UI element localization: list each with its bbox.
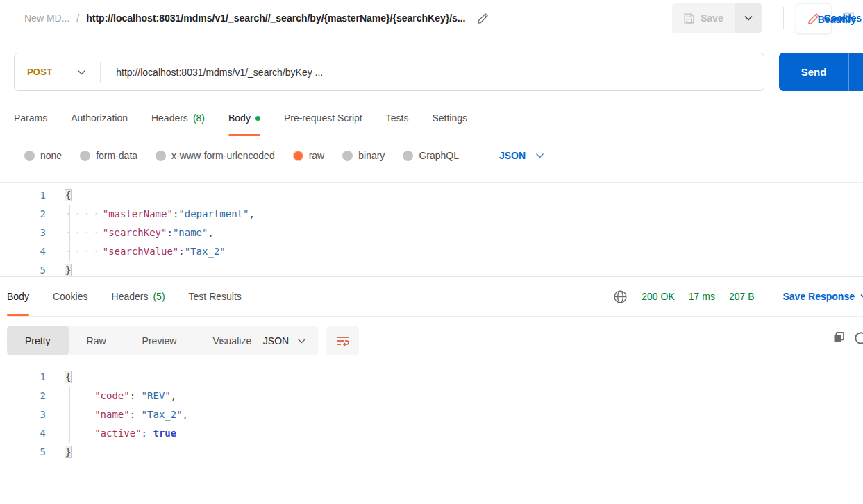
beautify-link[interactable]: Beautify bbox=[818, 0, 856, 39]
top-bar: New MD... / http://localhost:8031/mdms/v… bbox=[0, 0, 863, 36]
search-icon bbox=[853, 330, 863, 347]
radio-icon bbox=[156, 151, 166, 161]
code-line[interactable]: 5} bbox=[0, 261, 863, 276]
response-time: 17 ms bbox=[689, 291, 715, 302]
save-icon bbox=[683, 12, 695, 24]
line-number: 2 bbox=[0, 205, 46, 224]
line-number: 4 bbox=[0, 242, 46, 261]
radio-icon bbox=[403, 151, 413, 161]
tab-settings[interactable]: Settings bbox=[432, 100, 467, 136]
code-line[interactable]: 2 "code": "REV", bbox=[0, 387, 863, 405]
request-body-editor[interactable]: 1{2····"masterName":"department",3····"s… bbox=[0, 182, 863, 276]
mode-graphql[interactable]: GraphQL bbox=[403, 150, 459, 161]
line-number: 3 bbox=[0, 224, 46, 242]
wrap-lines-button[interactable] bbox=[326, 326, 359, 355]
line-number: 4 bbox=[0, 424, 46, 443]
response-body-editor[interactable]: 1{2 "code": "REV",3 "name": "Tax_2",4 "a… bbox=[0, 356, 863, 504]
chevron-down-icon bbox=[77, 69, 86, 75]
code-line[interactable]: 1{ bbox=[0, 368, 863, 387]
radio-icon bbox=[80, 151, 90, 161]
tab-tests[interactable]: Tests bbox=[386, 100, 409, 136]
chevron-down-icon bbox=[535, 153, 544, 158]
send-button-group: Send bbox=[779, 53, 863, 91]
raw-language-selector[interactable]: JSON bbox=[499, 150, 544, 161]
view-pretty[interactable]: Pretty bbox=[7, 326, 69, 355]
method-label: POST bbox=[27, 67, 52, 77]
wrap-text-icon bbox=[336, 334, 350, 348]
tab-authorization[interactable]: Authorization bbox=[71, 100, 128, 136]
radio-selected-icon bbox=[293, 151, 303, 161]
save-response-button[interactable]: Save Response bbox=[783, 291, 863, 302]
code-line[interactable]: 3····"searchKey":"name", bbox=[0, 224, 863, 242]
mode-form-data[interactable]: form-data bbox=[80, 150, 137, 161]
status-badge: 200 OK bbox=[642, 291, 674, 302]
code-line[interactable]: 2····"masterName":"department", bbox=[0, 205, 863, 224]
copy-response-button[interactable] bbox=[832, 330, 846, 345]
response-size: 207 B bbox=[729, 291, 755, 302]
request-tabs: Params Authorization Headers(8) Body Pre… bbox=[14, 100, 863, 136]
postman-window: New MD... / http://localhost:8031/mdms/v… bbox=[0, 0, 863, 504]
topbar-divider bbox=[783, 7, 784, 29]
response-tab-cookies[interactable]: Cookies bbox=[53, 277, 88, 316]
copy-icon bbox=[832, 330, 846, 345]
response-language-selector[interactable]: JSON bbox=[251, 326, 318, 355]
request-tab-name[interactable]: New MD... bbox=[24, 12, 69, 24]
meta-divider bbox=[769, 288, 769, 305]
radio-icon bbox=[342, 151, 353, 161]
indent-guide bbox=[69, 205, 70, 261]
search-response-button[interactable] bbox=[853, 330, 863, 347]
url-input[interactable]: http://localhost:8031/mdms/v1/_search/by… bbox=[101, 67, 323, 78]
code-line[interactable]: 4 "active": true bbox=[0, 424, 863, 443]
response-meta: 200 OK 17 ms 207 B Save Response bbox=[613, 277, 863, 316]
body-mode-row: none form-data x-www-form-urlencoded raw… bbox=[24, 136, 863, 175]
radio-icon bbox=[24, 151, 35, 161]
line-number: 5 bbox=[0, 443, 46, 462]
request-title[interactable]: http://localhost:8031/mdms/v1/_search//_… bbox=[86, 12, 465, 24]
code-line[interactable]: 5} bbox=[0, 443, 863, 462]
response-view-bar: Pretty Raw Preview Visualize JSON bbox=[7, 317, 863, 356]
line-number: 1 bbox=[0, 368, 46, 387]
code-line[interactable]: 4····"searchValue":"Tax_2" bbox=[0, 242, 863, 261]
network-globe-icon[interactable] bbox=[613, 289, 628, 304]
line-number: 5 bbox=[0, 261, 46, 276]
line-number: 1 bbox=[0, 186, 46, 205]
indent-guide bbox=[69, 387, 70, 443]
mode-binary[interactable]: binary bbox=[342, 150, 385, 161]
code-line[interactable]: 3 "name": "Tax_2", bbox=[0, 405, 863, 424]
chevron-down-icon bbox=[297, 338, 306, 344]
tab-pre-request-script[interactable]: Pre-request Script bbox=[284, 100, 362, 136]
breadcrumb: New MD... / http://localhost:8031/mdms/v… bbox=[24, 0, 489, 36]
edit-title-icon[interactable] bbox=[477, 12, 489, 24]
breadcrumb-separator: / bbox=[76, 12, 79, 24]
tab-headers[interactable]: Headers(8) bbox=[151, 100, 205, 136]
response-tab-body[interactable]: Body bbox=[7, 277, 29, 316]
headers-count: (8) bbox=[193, 112, 205, 124]
chevron-down-icon bbox=[860, 294, 863, 299]
view-preview[interactable]: Preview bbox=[124, 326, 195, 355]
tab-body[interactable]: Body bbox=[228, 100, 260, 136]
save-button-label: Save bbox=[701, 12, 723, 24]
response-tab-headers[interactable]: Headers(5) bbox=[112, 277, 165, 316]
line-number: 3 bbox=[0, 405, 46, 424]
method-selector[interactable]: POST bbox=[15, 67, 100, 77]
response-tab-test-results[interactable]: Test Results bbox=[189, 277, 242, 316]
view-raw[interactable]: Raw bbox=[69, 326, 124, 355]
request-url-bar: POST http://localhost:8031/mdms/v1/_sear… bbox=[14, 53, 764, 91]
tab-params[interactable]: Params bbox=[14, 100, 47, 136]
mode-none[interactable]: none bbox=[24, 150, 62, 161]
save-button-group: Save bbox=[672, 3, 762, 33]
editor-scrollbar[interactable] bbox=[857, 183, 863, 276]
send-options-chevron[interactable] bbox=[848, 53, 863, 91]
code-line[interactable]: 1{ bbox=[0, 186, 863, 205]
response-headers-count: (5) bbox=[153, 291, 165, 302]
mode-raw[interactable]: raw bbox=[293, 150, 325, 161]
line-number: 2 bbox=[0, 387, 46, 405]
mode-x-www-form-urlencoded[interactable]: x-www-form-urlencoded bbox=[156, 150, 275, 161]
save-options-chevron[interactable] bbox=[735, 3, 762, 33]
view-mode-group: Pretty Raw Preview Visualize bbox=[7, 326, 269, 355]
save-button[interactable]: Save bbox=[672, 3, 735, 33]
body-modified-dot bbox=[255, 116, 260, 121]
send-button[interactable]: Send bbox=[779, 53, 848, 91]
